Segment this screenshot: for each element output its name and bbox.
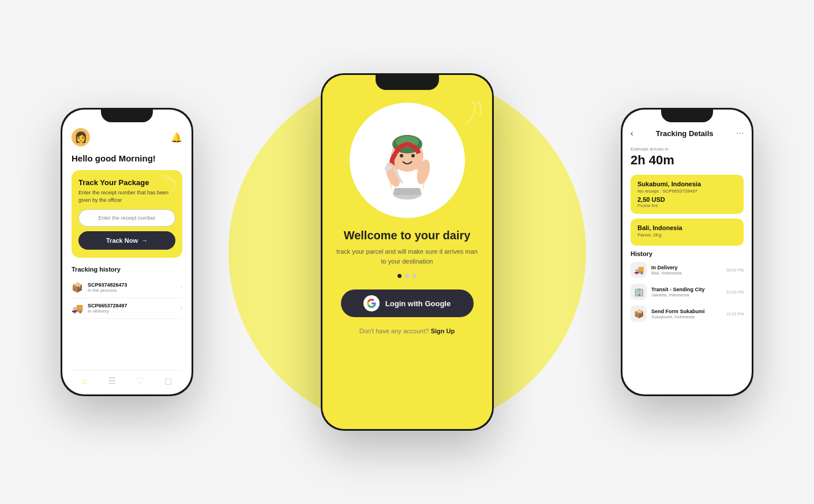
dot-1[interactable]	[397, 274, 402, 278]
signup-link[interactable]: Sign Up	[431, 328, 455, 334]
center-phone-content: Wellcome to your dairy track your parcel…	[322, 75, 492, 429]
history-item-2: 🏢 Transit - Sending City Jakarta, Indone…	[631, 284, 744, 300]
chevron-icon-2: ›	[181, 305, 182, 311]
login-google-button[interactable]: Login with Google	[341, 289, 474, 317]
right-phone-inner: ‹ Tracking Details ··· Estimate arrives …	[622, 110, 752, 394]
tracking-item-2[interactable]: 🚚 SCP6653728497 In delivery ›	[72, 298, 182, 319]
svg-point-6	[411, 154, 415, 157]
history-name-3: Send Form Sukabumi	[651, 309, 722, 314]
history-icon-1: 🚚	[631, 262, 647, 278]
history-info-1: In Delivery Bali, Indonesia	[651, 265, 722, 276]
history-time-1: 09:00 PM	[726, 268, 744, 272]
track-button-label: Track Now	[106, 237, 138, 244]
left-phone-content: 👩 🔔 Hello good Morning! Track Your Packa…	[62, 110, 192, 394]
svg-point-5	[400, 154, 403, 157]
history-icon-3: 📦	[631, 306, 647, 322]
chevron-icon-1: ›	[181, 284, 182, 291]
greeting-text: Hello good Morning!	[72, 153, 182, 163]
welcome-subtitle: track your parcel and will make sure it …	[334, 247, 481, 266]
nav-search-icon[interactable]: ☰	[108, 375, 116, 386]
history-item-1: 🚚 In Delivery Bali, Indonesia 09:00 PM	[631, 262, 744, 278]
right-phone-content: ‹ Tracking Details ··· Estimate arrives …	[622, 110, 752, 394]
history-place-2: Jakarta, Indonesia	[651, 292, 722, 298]
left-phone-inner: 👩 🔔 Hello good Morning! Track Your Packa…	[62, 110, 192, 394]
origin-price: 2,50 USD	[637, 196, 737, 203]
package-status-1: In the process	[88, 288, 176, 293]
center-texts: Wellcome to your dairy track your parcel…	[322, 218, 492, 266]
left-phone: 👩 🔔 Hello good Morning! Track Your Packa…	[61, 108, 193, 396]
package-icon-2: 🚚	[72, 303, 83, 314]
center-phone-inner: Wellcome to your dairy track your parcel…	[322, 75, 492, 429]
package-id-2: SCP6653728497	[88, 303, 176, 309]
more-icon[interactable]: ···	[736, 128, 744, 138]
dot-2[interactable]	[405, 274, 409, 278]
history-time-3: 19:22 PM	[726, 312, 744, 316]
origin-card: Sukabumi, Indonesia No receipt : SCP6653…	[631, 175, 744, 214]
avatar: 👩	[72, 128, 90, 146]
back-icon[interactable]: ‹	[631, 129, 633, 138]
origin-receipt: No receipt : SCP6653728497	[637, 189, 737, 194]
right-phone-title: Tracking Details	[656, 129, 714, 138]
eta-label: Estimate arrives in	[631, 146, 744, 152]
history-time-2: 21:00 PM	[726, 290, 744, 294]
package-id-1: SCP9374826473	[88, 282, 176, 288]
history-title: History	[631, 250, 744, 257]
history-name-1: In Delivery	[651, 265, 722, 270]
bell-icon[interactable]: 🔔	[171, 132, 182, 143]
center-phone: Wellcome to your dairy track your parcel…	[321, 73, 494, 431]
arrow-icon: →	[141, 237, 148, 244]
package-status-2: In delivery	[88, 309, 176, 314]
tracking-history-title: Tracking history	[72, 266, 182, 273]
nav-bell-icon[interactable]: ♡	[136, 375, 144, 386]
tracking-item-1[interactable]: 📦 SCP9374826473 In the process ›	[72, 277, 182, 298]
left-notch	[101, 110, 153, 122]
destination-parcel: Parcel, 2Kg	[637, 232, 737, 238]
history-icon-2: 🏢	[631, 284, 647, 300]
google-icon	[363, 295, 380, 311]
login-button-label: Login with Google	[385, 299, 451, 308]
track-button[interactable]: Track Now →	[78, 231, 175, 250]
origin-city: Sukabumi, Indonesia	[637, 180, 737, 187]
dot-3[interactable]	[412, 274, 417, 278]
right-phone: ‹ Tracking Details ··· Estimate arrives …	[621, 108, 753, 396]
history-info-2: Transit - Sending City Jakarta, Indonesi…	[651, 287, 722, 298]
package-info-2: SCP6653728497 In delivery	[88, 303, 176, 314]
bottom-nav: ⌂ ☰ ♡ ◻	[72, 370, 182, 389]
nav-profile-icon[interactable]: ◻	[164, 375, 172, 386]
svg-rect-10	[394, 188, 421, 195]
destination-card: Bali, Indonesia Parcel, 2Kg	[631, 219, 744, 246]
history-item-3: 📦 Send Form Sukabumi Sukabumi, Indonesia…	[631, 306, 744, 322]
destination-city: Bali, Indonesia	[637, 224, 737, 231]
package-info-1: SCP9374826473 In the process	[88, 282, 176, 293]
right-notch	[661, 110, 713, 122]
center-notch	[376, 75, 439, 90]
welcome-title: Wellcome to your dairy	[344, 228, 471, 242]
carousel-dots	[397, 274, 417, 278]
character-circle	[350, 103, 465, 218]
history-info-3: Send Form Sukabumi Sukabumi, Indonesia	[651, 309, 722, 319]
origin-price-label: Postal fee	[637, 203, 737, 208]
eta-value: 2h 40m	[631, 153, 744, 168]
receipt-input[interactable]: Enter the receipt number	[78, 209, 175, 227]
history-place-1: Bali, Indonesia	[651, 270, 722, 276]
deco-lines	[454, 98, 483, 129]
right-header: ‹ Tracking Details ···	[631, 128, 744, 138]
history-place-3: Sukabumi, Indonesia	[651, 314, 722, 319]
left-header: 👩 🔔	[72, 128, 182, 146]
history-name-2: Transit - Sending City	[651, 287, 722, 292]
signup-text: Don't have any account? Sign Up	[359, 328, 455, 334]
card-deco	[155, 174, 178, 199]
track-card: Track Your Package Enter the receipt num…	[72, 170, 182, 258]
package-icon-1: 📦	[72, 282, 83, 293]
nav-home-icon[interactable]: ⌂	[82, 376, 88, 386]
scene: 👩 🔔 Hello good Morning! Track Your Packa…	[0, 0, 814, 504]
